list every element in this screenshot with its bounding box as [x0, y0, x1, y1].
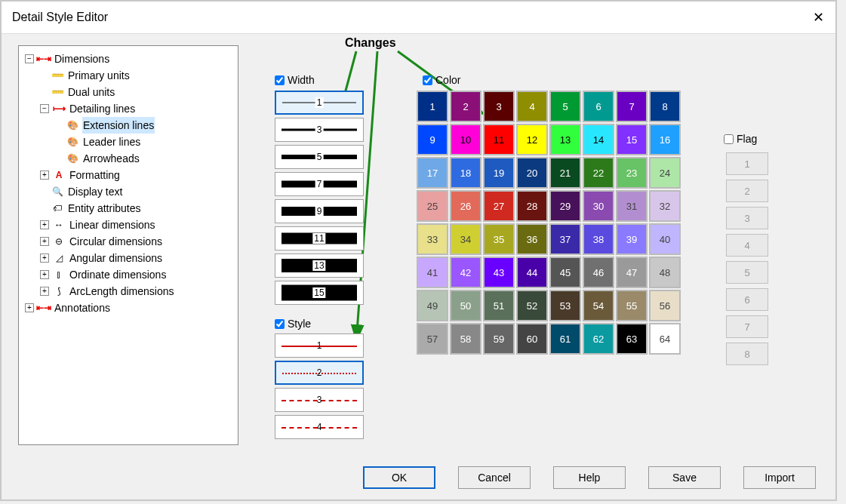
color-swatch-60[interactable]: 60	[516, 323, 548, 355]
flag-option-7[interactable]: 7	[726, 315, 768, 338]
tree-dual-units[interactable]: 📏 Dual units	[19, 84, 238, 100]
color-swatch-47[interactable]: 47	[616, 257, 648, 288]
color-swatch-14[interactable]: 14	[583, 124, 614, 155]
color-swatch-31[interactable]: 31	[616, 190, 648, 222]
close-button[interactable]: ✕	[801, 2, 835, 33]
color-swatch-54[interactable]: 54	[583, 290, 614, 321]
color-swatch-4[interactable]: 4	[516, 91, 548, 122]
color-swatch-21[interactable]: 21	[549, 157, 581, 189]
collapse-icon[interactable]: −	[40, 104, 49, 113]
width-option-3[interactable]: 3	[275, 118, 364, 142]
flag-option-2[interactable]: 2	[726, 180, 768, 202]
color-swatch-23[interactable]: 23	[616, 157, 648, 189]
color-swatch-44[interactable]: 44	[516, 257, 548, 288]
color-swatch-40[interactable]: 40	[649, 223, 681, 255]
color-swatch-15[interactable]: 15	[616, 124, 648, 155]
width-checkbox[interactable]: Width	[275, 74, 315, 86]
save-button[interactable]: Save	[648, 466, 721, 489]
width-option-1[interactable]: 1	[275, 91, 364, 115]
color-swatch-26[interactable]: 26	[450, 190, 481, 222]
tree-linear-dimensions[interactable]: + ↔ Linear dimensions	[19, 217, 238, 233]
color-swatch-13[interactable]: 13	[549, 124, 581, 155]
tree-ordinate-dimensions[interactable]: + ⫿ Ordinate dimensions	[19, 266, 238, 283]
color-swatch-30[interactable]: 30	[583, 190, 614, 222]
tree-detailing-lines[interactable]: − ⟼ Detailing lines	[19, 100, 238, 117]
width-option-11[interactable]: 11	[275, 226, 364, 250]
expand-icon[interactable]: +	[25, 303, 34, 312]
color-swatch-46[interactable]: 46	[583, 257, 614, 288]
color-swatch-20[interactable]: 20	[516, 157, 548, 189]
width-checkbox-input[interactable]	[275, 75, 285, 85]
width-option-13[interactable]: 13	[275, 254, 364, 278]
color-swatch-42[interactable]: 42	[450, 257, 481, 288]
color-swatch-35[interactable]: 35	[483, 223, 515, 255]
color-swatch-59[interactable]: 59	[483, 323, 515, 355]
style-checkbox[interactable]: Style	[275, 318, 311, 330]
width-option-9[interactable]: 9	[275, 199, 364, 223]
style-checkbox-input[interactable]	[275, 319, 285, 329]
color-swatch-61[interactable]: 61	[549, 323, 581, 355]
expand-icon[interactable]: +	[40, 220, 49, 229]
color-swatch-53[interactable]: 53	[549, 290, 581, 321]
color-swatch-57[interactable]: 57	[417, 323, 448, 355]
style-option-3[interactable]: 3	[275, 388, 364, 412]
color-swatch-6[interactable]: 6	[583, 91, 614, 122]
color-swatch-19[interactable]: 19	[483, 157, 515, 189]
color-swatch-17[interactable]: 17	[417, 157, 448, 189]
color-swatch-12[interactable]: 12	[516, 124, 548, 155]
color-swatch-8[interactable]: 8	[649, 91, 681, 122]
collapse-icon[interactable]: −	[25, 54, 34, 63]
import-button[interactable]: Import	[743, 466, 816, 489]
flag-option-8[interactable]: 8	[726, 343, 768, 365]
color-swatch-41[interactable]: 41	[417, 257, 448, 288]
color-swatch-5[interactable]: 5	[549, 91, 581, 122]
ok-button[interactable]: OK	[363, 466, 435, 489]
color-swatch-32[interactable]: 32	[649, 190, 681, 222]
style-option-4[interactable]: 4	[275, 415, 364, 439]
style-option-1[interactable]: 1	[275, 333, 364, 358]
color-checkbox[interactable]: Color	[423, 74, 460, 86]
color-swatch-43[interactable]: 43	[483, 257, 515, 288]
cancel-button[interactable]: Cancel	[458, 466, 531, 489]
color-swatch-56[interactable]: 56	[649, 290, 681, 321]
color-swatch-45[interactable]: 45	[549, 257, 581, 288]
color-swatch-52[interactable]: 52	[516, 290, 548, 321]
tree-arclength-dimensions[interactable]: + ⟆ ArcLength dimensions	[19, 283, 238, 300]
style-option-2[interactable]: 2	[275, 361, 364, 385]
color-swatch-29[interactable]: 29	[549, 190, 581, 222]
color-swatch-55[interactable]: 55	[616, 290, 648, 321]
color-swatch-3[interactable]: 3	[483, 91, 515, 122]
color-swatch-33[interactable]: 33	[417, 223, 448, 255]
flag-checkbox-input[interactable]	[724, 134, 734, 144]
expand-icon[interactable]: +	[40, 171, 49, 180]
tree-primary-units[interactable]: 📏 Primary units	[19, 67, 238, 84]
color-swatch-49[interactable]: 49	[417, 290, 448, 321]
color-swatch-27[interactable]: 27	[483, 190, 515, 222]
tree-circular-dimensions[interactable]: + ⊖ Circular dimensions	[19, 233, 238, 250]
color-swatch-7[interactable]: 7	[616, 91, 648, 122]
color-checkbox-input[interactable]	[423, 75, 432, 85]
expand-icon[interactable]: +	[40, 287, 49, 296]
tree-entity-attributes[interactable]: 🏷 Entity attributes	[19, 200, 238, 217]
color-swatch-50[interactable]: 50	[450, 290, 481, 321]
color-swatch-18[interactable]: 18	[450, 157, 481, 189]
color-swatch-63[interactable]: 63	[616, 323, 648, 355]
width-option-15[interactable]: 15	[275, 281, 364, 305]
tree-formatting[interactable]: + A Formatting	[19, 167, 238, 183]
expand-icon[interactable]: +	[40, 254, 49, 263]
color-swatch-48[interactable]: 48	[649, 257, 681, 288]
color-swatch-37[interactable]: 37	[549, 223, 581, 255]
tree-extension-lines[interactable]: 🎨 Extension lines	[19, 117, 238, 134]
expand-icon[interactable]: +	[40, 270, 49, 279]
tree-arrowheads[interactable]: 🎨 Arrowheads	[19, 150, 238, 167]
flag-option-4[interactable]: 4	[726, 234, 768, 257]
color-swatch-58[interactable]: 58	[450, 323, 481, 355]
color-swatch-22[interactable]: 22	[583, 157, 614, 189]
color-swatch-10[interactable]: 10	[450, 124, 481, 155]
color-swatch-28[interactable]: 28	[516, 190, 548, 222]
flag-option-5[interactable]: 5	[726, 261, 768, 284]
color-swatch-16[interactable]: 16	[649, 124, 681, 155]
tree-dimensions[interactable]: − ⇤⇥ Dimensions	[19, 51, 238, 67]
color-swatch-36[interactable]: 36	[516, 223, 548, 255]
color-swatch-9[interactable]: 9	[417, 124, 448, 155]
